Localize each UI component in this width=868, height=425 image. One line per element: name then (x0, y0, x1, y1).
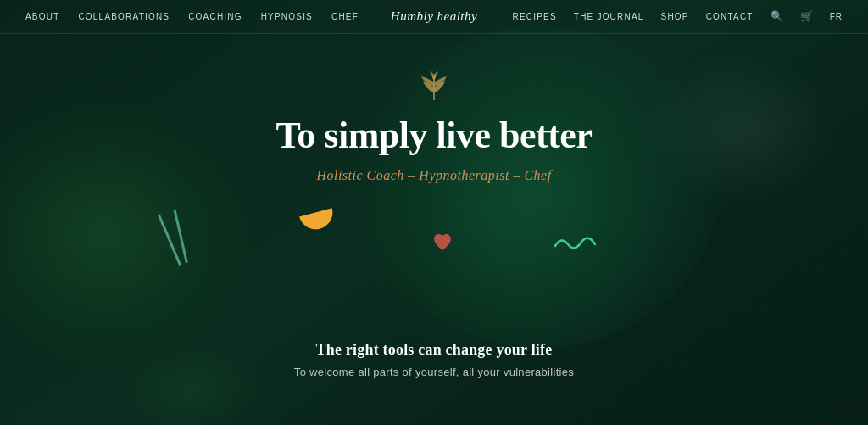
nav-item-chef[interactable]: CHEF (331, 12, 359, 21)
nav-item-coaching[interactable]: COACHING (188, 12, 242, 21)
cart-icon[interactable]: 🛒 (800, 10, 813, 23)
hero-subtitle: Holistic Coach – Hypnotherapist – Chef (316, 168, 551, 183)
nav-item-hypnosis[interactable]: HYPNOSIS (261, 12, 313, 21)
hero-title: To simply live better (276, 115, 593, 156)
site-logo[interactable]: Humbly healthy (391, 9, 477, 24)
heart-decoration (432, 233, 453, 257)
nav-item-journal[interactable]: THE JOURNAL (574, 12, 644, 21)
nav-item-shop[interactable]: SHOP (661, 12, 689, 21)
nav-item-collaborations[interactable]: COLLABORATIONS (78, 12, 170, 21)
search-icon[interactable]: 🔍 (771, 10, 783, 23)
bottom-content: The right tools can change your life To … (0, 341, 868, 378)
navbar: ABOUT COLLABORATIONS COACHING HYPNOSIS C… (0, 0, 868, 34)
nav-item-contact[interactable]: CONTACT (706, 12, 754, 21)
nav-item-about[interactable]: ABOUT (25, 12, 59, 21)
bottom-subtitle: To welcome all parts of yourself, all yo… (0, 366, 868, 378)
nav-right: RECIPES THE JOURNAL SHOP CONTACT 🔍 🛒 FR (513, 10, 843, 23)
lang-switch[interactable]: FR (830, 12, 843, 21)
nav-left: ABOUT COLLABORATIONS COACHING HYPNOSIS C… (25, 12, 359, 21)
bottom-title: The right tools can change your life (0, 341, 868, 359)
hero-content: To simply live better Holistic Coach – H… (0, 68, 868, 217)
squiggle-decoration (551, 229, 602, 258)
nav-item-recipes[interactable]: RECIPES (513, 12, 557, 21)
leaf-decoration-icon (413, 68, 455, 102)
